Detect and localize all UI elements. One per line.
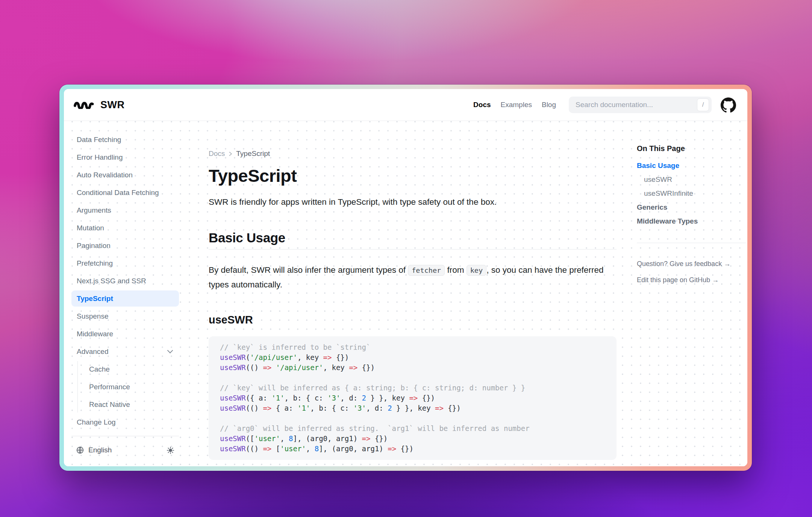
code-token: 8 [315,444,319,453]
code-block: // `key` is inferred to be `string`useSW… [209,336,617,460]
sidebar-item-label: Middleware [77,330,113,338]
nav-docs[interactable]: Docs [473,101,491,109]
sidebar-item-label: Advanced [77,347,109,356]
site-header: SWR DocsExamplesBlog Search documentatio… [64,89,747,121]
code-token [271,363,276,372]
sidebar-item-typescript[interactable]: TypeScript [71,290,179,307]
sidebar-item-arguments[interactable]: Arguments [71,202,179,218]
inline-code: fetcher [408,265,445,276]
sidebar-item-error-handling[interactable]: Error Handling [71,149,179,165]
code-token: useSWR [220,353,246,361]
sidebar-item-label: Change Log [77,418,116,426]
edit-this-page-on-github[interactable]: Edit this page on GitHub → [637,276,746,284]
code-token: ({ a: [246,394,272,402]
code-token: useSWR [220,363,246,372]
sidebar-item-label: Mutation [77,224,104,232]
code-token: , b: { c: [310,404,353,412]
section-heading-basic-usage: Basic Usage [209,230,617,249]
nav-blog[interactable]: Blog [542,101,556,109]
code-token: {}) [418,394,435,402]
code-line: // `key` is inferred to be `string` [220,342,605,352]
sidebar-item-react-native[interactable]: React Native [78,396,179,413]
code-token: => [362,434,371,443]
theme-toggle[interactable] [167,446,174,454]
code-token: '1' [297,404,310,412]
code-token: => [263,363,271,372]
sidebar-item-label: Error Handling [77,153,123,162]
sidebar-item-change-log[interactable]: Change Log [71,414,179,430]
text-run: from [445,265,467,275]
sidebar-item-label: Data Fetching [77,135,121,144]
sidebar-item-pagination[interactable]: Pagination [71,237,179,254]
code-token: , [306,444,315,453]
header-right: DocsExamplesBlog Search documentation...… [473,97,736,113]
nav-examples[interactable]: Examples [501,101,532,109]
sidebar-item-performance[interactable]: Performance [78,379,179,395]
sidebar-item-label: Arguments [77,206,111,215]
toc-footer-links: Question? Give us feedback →Edit this pa… [637,260,746,284]
page-title: TypeScript [209,165,617,186]
basic-usage-paragraph: By default, SWR will also infer the argu… [209,263,617,292]
desktop: { "header": { "logo": "SWR", "nav": [ {"… [0,0,812,517]
sidebar-item-auto-revalidation[interactable]: Auto Revalidation [71,167,179,183]
code-token: => [263,444,271,453]
swr-docs-window: SWR DocsExamplesBlog Search documentatio… [64,89,747,466]
globe-icon [76,446,84,454]
toc-divider [637,243,746,243]
swr-logo-icon [74,99,95,110]
toc-list: Basic UsageuseSWRuseSWRInfiniteGenericsM… [637,161,746,225]
code-token: => [435,404,444,412]
code-token: , key [323,363,349,372]
breadcrumb-current: TypeScript [236,150,270,158]
sidebar-item-advanced[interactable]: Advanced [71,343,179,360]
code-token: => [409,394,418,402]
code-token: 'user' [280,444,306,453]
code-line: useSWR(['user', 8], (arg0, arg1) => {}) [220,434,605,444]
code-token: {}) [396,444,414,453]
code-token: ( [246,353,250,361]
question-give-us-feedback[interactable]: Question? Give us feedback → [637,260,746,268]
code-line [220,413,605,423]
code-token: // `arg0` will be inferred as string. `a… [220,424,530,432]
code-token: , d: [340,394,362,402]
sidebar-item-prefetching[interactable]: Prefetching [71,255,179,271]
brand[interactable]: SWR [74,99,125,111]
sidebar-item-label: Conditional Data Fetching [77,188,159,197]
toc-link-generics[interactable]: Generics [637,203,746,212]
breadcrumb: Docs TypeScript [209,150,617,158]
sidebar-item-next-js-ssg-and-ssr[interactable]: Next.js SSG and SSR [71,273,179,289]
code-line: useSWR(() => ['user', 8], (arg0, arg1) =… [220,444,605,454]
toc-link-useswrinfinite[interactable]: useSWRInfinite [637,189,746,198]
sidebar-item-cache[interactable]: Cache [78,361,179,377]
intro-paragraph: SWR is friendly for apps written in Type… [209,196,617,209]
sidebar-item-middleware[interactable]: Middleware [71,326,179,342]
sidebar-item-label: TypeScript [77,294,113,303]
code-token: {}) [332,353,349,361]
code-token: { a: [271,404,297,412]
github-link[interactable] [721,97,736,113]
search-placeholder: Search documentation... [576,101,697,109]
language-selector[interactable]: English [76,446,112,454]
sidebar-item-label: Auto Revalidation [77,171,133,179]
sidebar-item-label: Pagination [77,241,111,250]
code-token: 8 [289,434,293,443]
breadcrumb-docs[interactable]: Docs [209,150,225,158]
code-token: // `key` is inferred to be `string` [220,343,370,351]
code-token: ], (arg0, arg1) [319,444,388,453]
top-nav: DocsExamplesBlog [473,101,566,109]
code-token: } }, key [366,394,409,402]
code-token: (() [246,363,263,372]
sidebar-item-data-fetching[interactable]: Data Fetching [71,132,179,148]
code-line: useSWR('/api/user', key => {}) [220,352,605,363]
toc-link-useswr[interactable]: useSWR [637,175,746,184]
code-line: useSWR(() => '/api/user', key => {}) [220,363,605,373]
sidebar-item-conditional-data-fetching[interactable]: Conditional Data Fetching [71,184,179,201]
toc-link-middleware-types[interactable]: Middleware Types [637,217,746,225]
code-token: // `key` will be inferred as { a: string… [220,384,525,392]
sidebar-footer: English [71,436,179,457]
sidebar-item-mutation[interactable]: Mutation [71,220,179,236]
search-input[interactable]: Search documentation... / [569,97,712,113]
sidebar-item-suspense[interactable]: Suspense [71,308,179,324]
toc-link-basic-usage[interactable]: Basic Usage [637,161,746,170]
code-token: => [388,444,396,453]
